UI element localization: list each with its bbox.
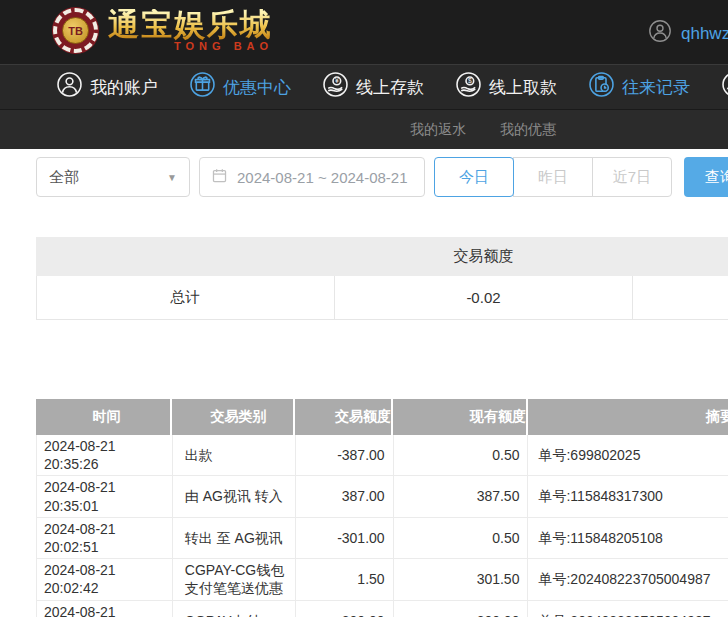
yesterday-button[interactable]: 昨日 (513, 157, 593, 197)
col-header-time: 时间 (36, 399, 172, 435)
summary-table: 交易额度 总计 -0.02 (36, 237, 728, 320)
withdraw-hand-coin-icon: $ (455, 71, 482, 103)
nav-item-records[interactable]: 往来记录 (588, 71, 690, 103)
table-row: 2024-08-21 20:02:42 CGPAY支付 300.00 300.0… (36, 601, 728, 617)
site-logo[interactable]: TB 通宝娱乐城 TONG BAO (52, 7, 273, 54)
summary-header-amount: 交易额度 (334, 247, 633, 266)
cell-amount: 1.50 (296, 559, 394, 599)
calendar-icon (211, 167, 228, 187)
type-select[interactable]: 全部 ▼ (36, 157, 190, 197)
cell-summary: 单号:699802025 (528, 435, 728, 475)
nav-label: 线上存款 (356, 76, 424, 99)
cell-time: 2024-08-21 20:02:42 (37, 559, 173, 599)
search-button[interactable]: 查询 (684, 157, 728, 197)
page: TB 通宝娱乐城 TONG BAO qhhwz (0, 0, 728, 617)
cell-type: CGPAY-CG钱包支付笔笔送优惠 (173, 559, 296, 599)
nav-item-promotions[interactable]: 优惠中心 (189, 71, 291, 103)
cell-time: 2024-08-21 20:35:26 (37, 435, 173, 475)
cell-type: CGPAY支付 (173, 601, 296, 617)
nav-label: 优惠中心 (223, 76, 291, 99)
cell-amount: 387.00 (296, 476, 394, 516)
summary-total-value: -0.02 (335, 276, 634, 319)
cell-time: 2024-08-21 20:02:51 (37, 518, 173, 558)
cell-summary: 单号:115848317300 (528, 476, 728, 516)
cell-balance: 0.50 (394, 435, 529, 475)
viewport: TB 通宝娱乐城 TONG BAO qhhwz (0, 0, 728, 617)
cell-summary: 单号:202408223705004987 (528, 601, 728, 617)
nav-label: 我的账户 (90, 76, 158, 99)
nav-item-withdraw[interactable]: $ 线上取款 (455, 71, 557, 103)
deposit-hand-coin-icon: ¥ (322, 71, 349, 103)
logo-title: 通宝娱乐城 (108, 9, 273, 42)
cell-amount: 300.00 (296, 601, 394, 617)
top-header: TB 通宝娱乐城 TONG BAO qhhwz (0, 0, 728, 64)
transactions-body: 2024-08-21 20:35:26 出款 -387.00 0.50 单号:6… (36, 435, 728, 617)
type-select-value: 全部 (49, 168, 79, 187)
col-header-balance: 现有额度 (393, 399, 528, 435)
table-row: 2024-08-21 20:02:51 转出 至 AG视讯 -301.00 0.… (36, 518, 728, 559)
chevron-down-icon: ▼ (167, 172, 177, 183)
records-clipboard-clock-icon (588, 71, 615, 103)
cell-summary: 单号:115848205108 (528, 518, 728, 558)
table-row: 2024-08-21 20:35:26 出款 -387.00 0.50 单号:6… (36, 435, 728, 476)
transactions-table: 时间 交易类别 交易额度 现有额度 摘要 2024-08-21 20:35:26… (36, 399, 728, 617)
content: 全部 ▼ 2024-08-21 ~ 2024-08-21 今日 昨日 近7日 查 (0, 149, 728, 617)
nav-item-my-account[interactable]: 我的账户 (56, 71, 158, 103)
cell-time: 2024-08-21 20:02:42 (37, 601, 173, 617)
svg-text:$: $ (468, 77, 472, 84)
cell-type: 出款 (173, 435, 296, 475)
filter-bar: 全部 ▼ 2024-08-21 ~ 2024-08-21 今日 昨日 近7日 查 (36, 157, 728, 197)
cell-type: 由 AG视讯 转入 (173, 476, 296, 516)
nav-label: 往来记录 (622, 76, 690, 99)
logo-subtitle: TONG BAO (174, 40, 273, 52)
svg-text:¥: ¥ (335, 77, 339, 84)
nav-item-messages[interactable]: 信息 (721, 71, 728, 103)
bell-icon (721, 71, 728, 103)
nav-item-deposit[interactable]: ¥ 线上存款 (322, 71, 424, 103)
cell-balance: 0.50 (394, 518, 529, 558)
cell-balance: 300.00 (394, 601, 529, 617)
col-header-summary: 摘要 (528, 399, 728, 435)
col-header-type: 交易类别 (172, 399, 295, 435)
avatar-icon (648, 19, 672, 48)
cell-balance: 387.50 (394, 476, 529, 516)
table-row: 2024-08-21 20:35:01 由 AG视讯 转入 387.00 387… (36, 476, 728, 517)
gift-icon (189, 71, 216, 103)
cell-amount: -387.00 (296, 435, 394, 475)
transactions-header: 时间 交易类别 交易额度 现有额度 摘要 (36, 399, 728, 435)
today-button[interactable]: 今日 (434, 157, 514, 197)
cell-summary: 单号:202408223705004987 (528, 559, 728, 599)
col-header-amount: 交易额度 (295, 399, 393, 435)
logo-text: 通宝娱乐城 TONG BAO (108, 9, 273, 52)
quick-date-buttons: 今日 昨日 近7日 (434, 157, 672, 197)
main-nav: 我的账户 优惠中心 ¥ (0, 64, 728, 109)
table-row: 2024-08-21 20:02:42 CGPAY-CG钱包支付笔笔送优惠 1.… (36, 559, 728, 600)
chip-core: TB (62, 17, 89, 44)
cell-time: 2024-08-21 20:35:01 (37, 476, 173, 516)
user-info[interactable]: qhhwz (648, 19, 728, 48)
sub-nav: 我的返水 我的优惠 (0, 109, 728, 149)
cell-balance: 301.50 (394, 559, 529, 599)
cell-amount: -301.00 (296, 518, 394, 558)
user-icon (56, 71, 83, 103)
cell-type: 转出 至 AG视讯 (173, 518, 296, 558)
last7days-button[interactable]: 近7日 (592, 157, 672, 197)
summary-total-label: 总计 (37, 276, 335, 319)
username: qhhwz (681, 24, 728, 44)
summary-total-row: 总计 -0.02 (36, 276, 728, 320)
poker-chip-icon: TB (52, 7, 99, 54)
date-range-input[interactable]: 2024-08-21 ~ 2024-08-21 (199, 157, 425, 197)
date-range-value: 2024-08-21 ~ 2024-08-21 (237, 169, 408, 186)
nav-label: 线上取款 (489, 76, 557, 99)
subnav-item-promos[interactable]: 我的优惠 (500, 121, 556, 139)
summary-total-extra (633, 276, 728, 319)
subnav-item-rebate[interactable]: 我的返水 (410, 121, 466, 139)
summary-header-row: 交易额度 (36, 237, 728, 276)
